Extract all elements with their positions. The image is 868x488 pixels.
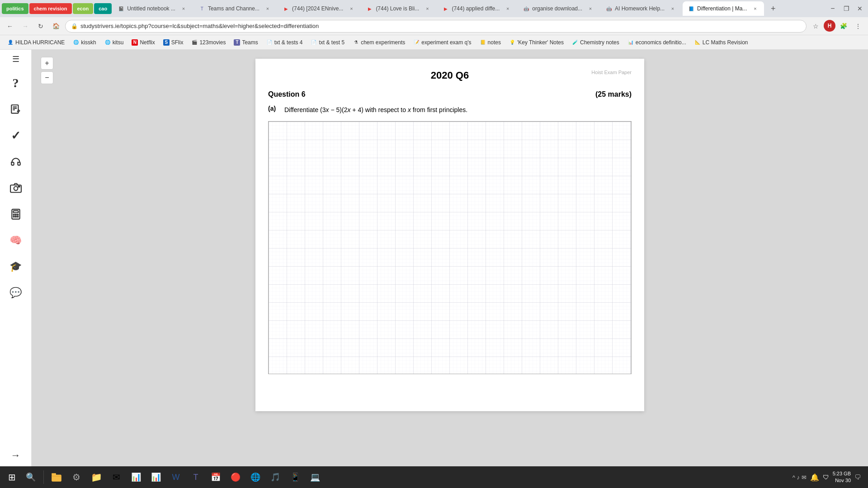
- extensions-button[interactable]: 🧩: [837, 20, 850, 33]
- tab-close-differentiation[interactable]: ×: [751, 5, 759, 12]
- part-text-a: Differentiate (3x − 5)(2x + 4) with resp…: [284, 105, 467, 115]
- tab-aihomework[interactable]: 🤖 AI Homework Help... ×: [600, 1, 682, 16]
- logout-icon[interactable]: →: [6, 446, 26, 465]
- user-icon: 👤: [7, 39, 14, 46]
- tab-close-aihomework[interactable]: ×: [669, 5, 676, 12]
- svg-point-9: [13, 214, 14, 215]
- chat-icon[interactable]: 💬: [6, 283, 26, 303]
- taskbar-word[interactable]: W: [167, 468, 185, 486]
- bookmark-sflix[interactable]: S SFlix: [160, 38, 187, 47]
- bookmark-123movies[interactable]: 🎬 123movies: [188, 38, 229, 47]
- tab-econ[interactable]: econ: [73, 3, 94, 14]
- taskbar-phone[interactable]: 📱: [286, 468, 304, 486]
- start-button[interactable]: ⊞: [4, 469, 20, 485]
- bookmark-txt4[interactable]: 📄 txt & tests 4: [263, 38, 307, 47]
- paper-hint: Hoist Exam Paper: [591, 70, 632, 75]
- bookmark-econ[interactable]: 📊 economics definitio...: [624, 38, 690, 47]
- menu-button[interactable]: ⋮: [852, 20, 864, 33]
- taskbar-file-explorer[interactable]: [47, 468, 66, 486]
- taskbar-search[interactable]: 🔍: [22, 468, 40, 486]
- security-lock-icon: 🔒: [71, 23, 78, 29]
- tab-yt3[interactable]: ▶ (744) applied diffe... ×: [437, 1, 517, 16]
- bookmark-star-button[interactable]: ☆: [809, 20, 822, 33]
- bookmark-kisskh[interactable]: 🌐 kisskh: [69, 38, 99, 47]
- bookmark-kitsu[interactable]: 🌐 kitsu: [101, 38, 127, 47]
- tab-yt2[interactable]: ▶ (744) Love is Bli... ×: [361, 1, 436, 16]
- taskbar-teams-app[interactable]: T: [187, 468, 205, 486]
- teams-icon: T: [234, 39, 240, 46]
- taskbar-spotify[interactable]: 🎵: [266, 468, 284, 486]
- svg-point-10: [15, 214, 16, 215]
- zoom-in-button[interactable]: +: [41, 57, 53, 70]
- bookmark-chemistry-notes[interactable]: 🧪 Chemistry notes: [568, 38, 623, 47]
- tab-politics[interactable]: politics: [2, 3, 28, 14]
- tab-favicon-aihomework: 🤖: [606, 5, 612, 12]
- bookmark-netflix[interactable]: N Netflix: [128, 38, 158, 47]
- hamburger-menu-button[interactable]: ☰: [12, 54, 19, 64]
- address-bar[interactable]: 🔒 studystrivers.ie/topics.php?course=lc&…: [65, 20, 807, 33]
- close-button[interactable]: ✕: [854, 2, 866, 15]
- tab-close-teams[interactable]: ×: [264, 5, 271, 12]
- taskbar-slides[interactable]: 📊: [147, 468, 165, 486]
- bookmark-chemexp[interactable]: ⚗ chem experiments: [349, 38, 409, 47]
- bookmark-keythinker[interactable]: 💡 'Key Thinker' Notes: [505, 38, 567, 47]
- tab-bar: politics chem revision econ cao 📓 Untitl…: [0, 0, 868, 17]
- taskbar-reddit[interactable]: 🔴: [226, 468, 245, 486]
- taskbar-sheets[interactable]: 📊: [127, 468, 145, 486]
- tab-close-yt1[interactable]: ×: [348, 5, 355, 12]
- tab-close-yt2[interactable]: ×: [424, 5, 431, 12]
- tab-yt1[interactable]: ▶ (744) [2024 ENnive... ×: [278, 1, 360, 16]
- bookmark-notes[interactable]: 📒 notes: [476, 38, 505, 47]
- notes-edit-icon[interactable]: [6, 99, 26, 119]
- help-icon[interactable]: ?: [6, 73, 26, 93]
- taskbar-chrome[interactable]: 🌐: [246, 468, 264, 486]
- question-part-a: (a) Differentiate (3x − 5)(2x + 4) with …: [268, 105, 632, 115]
- minimize-button[interactable]: −: [826, 2, 839, 15]
- bookmark-hildahurricane[interactable]: 👤 HILDA HURRICANE: [4, 38, 68, 47]
- education-icon[interactable]: 🎓: [6, 257, 26, 277]
- profile-icon[interactable]: H: [824, 20, 835, 32]
- econ-icon: 📊: [627, 39, 634, 46]
- restore-button[interactable]: ❐: [840, 2, 853, 15]
- notification-center-button[interactable]: 🗨: [854, 474, 861, 481]
- content-area: + − Hoist Exam Paper 2020 Q6 Question 6 …: [32, 50, 868, 470]
- taskbar-files2[interactable]: 📁: [87, 468, 105, 486]
- taskbar-gmail[interactable]: ✉: [107, 468, 125, 486]
- new-tab-button[interactable]: +: [767, 2, 779, 15]
- zoom-out-button[interactable]: −: [41, 71, 53, 84]
- taskbar-settings[interactable]: ⚙: [67, 468, 85, 486]
- txt5-icon: 📄: [311, 39, 317, 46]
- taskbar: ⊞ 🔍 ⚙ 📁 ✉ 📊 📊 W T 📅 🔴 🌐 🎵 📱 💻 ^ ♪ ✉ 🔔 🛡 …: [0, 466, 868, 488]
- headphones-icon[interactable]: [6, 152, 26, 172]
- graph-paper-grid[interactable]: [268, 121, 632, 374]
- taskbar-datetime: 5:23 GB Nov 30: [833, 470, 851, 484]
- brain-icon[interactable]: 🧠: [6, 230, 26, 250]
- svg-rect-19: [52, 473, 56, 475]
- back-button[interactable]: ←: [4, 20, 16, 33]
- taskbar-calendar[interactable]: 📅: [207, 468, 225, 486]
- reload-button[interactable]: ↻: [34, 20, 47, 33]
- svg-point-14: [17, 216, 18, 217]
- svg-point-11: [17, 214, 18, 215]
- taskbar-laptop[interactable]: 💻: [306, 468, 324, 486]
- tab-chem-revision[interactable]: chem revision: [29, 3, 72, 14]
- tab-organise[interactable]: 🤖 organise download... ×: [518, 1, 599, 16]
- tab-close-organise[interactable]: ×: [587, 5, 594, 12]
- camera-icon[interactable]: [6, 178, 26, 198]
- calculator-icon[interactable]: [6, 204, 26, 224]
- checkmark-icon[interactable]: ✓: [6, 126, 26, 145]
- tab-close-notebook[interactable]: ×: [180, 5, 187, 12]
- question-title-row: Question 6 (25 marks): [268, 90, 632, 99]
- tab-differentiation[interactable]: 📘 Differentiation | Ma... ×: [683, 1, 764, 16]
- tab-close-yt3[interactable]: ×: [504, 5, 511, 12]
- forward-button[interactable]: →: [19, 20, 32, 33]
- bookmark-txt5[interactable]: 📄 txt & test 5: [307, 38, 348, 47]
- notification-bell[interactable]: 🔔: [810, 473, 819, 482]
- tab-notebook[interactable]: 📓 Untitled notebook ... ×: [113, 1, 193, 16]
- home-button[interactable]: 🏠: [50, 20, 62, 33]
- tab-cao[interactable]: cao: [94, 3, 112, 14]
- tab-teams[interactable]: T Teams and Channe... ×: [193, 1, 277, 16]
- bookmark-lcmaths[interactable]: 📐 LC Maths Revision: [691, 38, 752, 47]
- bookmark-expexamq[interactable]: 📝 experiment exam q's: [410, 38, 475, 47]
- bookmark-teams[interactable]: T Teams: [230, 38, 261, 47]
